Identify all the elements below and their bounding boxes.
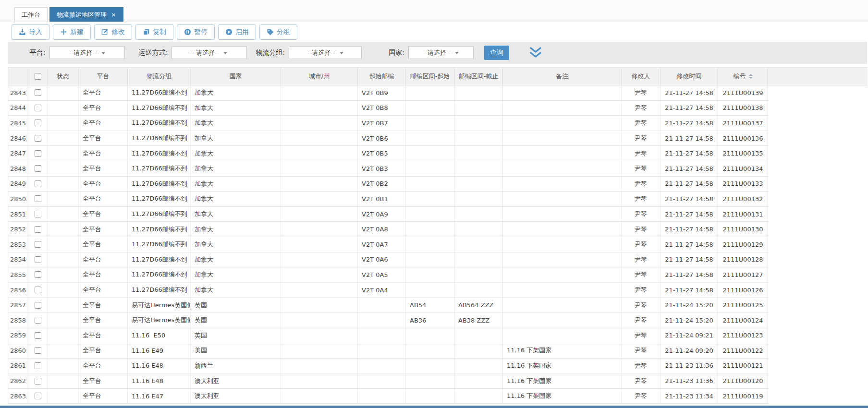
table-row[interactable]: 2844全平台11.27D66邮编不到加拿大V2T 0B8尹琴21-11-27 … — [8, 100, 868, 116]
zip-range-end-cell — [454, 116, 503, 131]
zip-range-start-cell — [406, 146, 454, 161]
row-id-cell: 2863 — [8, 388, 28, 404]
row-checkbox[interactable] — [35, 393, 41, 399]
tab-close-icon[interactable]: × — [111, 12, 116, 18]
double-chevron-down-icon[interactable] — [528, 47, 543, 59]
row-checkbox[interactable] — [35, 150, 41, 157]
platform-select[interactable]: --请选择-- — [49, 47, 125, 59]
modified-time-cell: 21-11-24 09:20 — [660, 343, 718, 359]
start-zip-cell: V2T 0B5 — [358, 146, 406, 161]
row-checkbox[interactable] — [35, 211, 41, 217]
row-checkbox[interactable] — [35, 302, 41, 309]
select-all-checkbox[interactable] — [35, 73, 41, 80]
row-checkbox[interactable] — [35, 120, 41, 126]
import-button[interactable]: 导入 — [12, 24, 49, 40]
table-row[interactable]: 2853全平台11.27D66邮编不到加拿大V2T 0A7尹琴21-11-27 … — [8, 237, 868, 252]
table-row[interactable]: 2856全平台11.27D66邮编不到加拿大V2T 0A4尹琴21-11-27 … — [8, 282, 868, 298]
row-checkbox[interactable] — [35, 332, 41, 339]
row-checkbox[interactable] — [35, 195, 41, 202]
remark-cell — [503, 176, 622, 192]
logistics-group-select[interactable]: --请选择-- — [289, 47, 362, 59]
platform-cell: 全平台 — [79, 388, 128, 404]
country-cell: 加拿大 — [191, 116, 281, 131]
logistics-group-cell: 11.27D66邮编不到 — [128, 192, 191, 207]
country-select[interactable]: --请选择-- — [408, 47, 474, 59]
table-row[interactable]: 2854全平台11.27D66邮编不到加拿大V2T 0A6尹琴21-11-27 … — [8, 252, 868, 267]
tab-workbench[interactable]: 工作台 — [14, 7, 48, 22]
table-row[interactable]: 2851全平台11.27D66邮编不到加拿大V2T 0A9尹琴21-11-27 … — [8, 206, 868, 222]
create-button[interactable]: 新建 — [53, 24, 91, 40]
zip-range-start-cell — [406, 237, 454, 252]
zip-range-start-cell — [406, 100, 454, 116]
row-checkbox[interactable] — [35, 180, 41, 187]
edit-button[interactable]: 修改 — [94, 24, 132, 40]
row-checkbox-cell — [28, 192, 48, 207]
row-checkbox[interactable] — [35, 89, 41, 96]
code-cell: 2111U00121 — [718, 358, 768, 373]
shipping-method-select[interactable]: --请选择-- — [171, 47, 247, 59]
table-row[interactable]: 2860全平台11.16 E49美国11.16 下架国家尹琴21-11-24 0… — [8, 343, 868, 359]
header-logistics-group: 物流分组 — [128, 68, 191, 85]
edit-button-label: 修改 — [111, 28, 125, 36]
logistics-group-cell: 11.27D66邮编不到 — [128, 100, 191, 116]
row-checkbox[interactable] — [35, 347, 41, 354]
row-checkbox[interactable] — [35, 105, 41, 111]
zip-range-end-cell — [454, 222, 503, 237]
table-row[interactable]: 2845全平台11.27D66邮编不到加拿大V2T 0B7尹琴21-11-27 … — [8, 116, 868, 131]
table-row[interactable]: 2859全平台11.16 E50英国尹琴21-11-24 09:212111U0… — [8, 328, 868, 343]
modifier-cell: 尹琴 — [622, 161, 660, 176]
tab-forbidden-area-management[interactable]: 物流禁运地区管理 × — [49, 7, 123, 22]
table-row[interactable]: 2855全平台11.27D66邮编不到加拿大V2T 0A5尹琴21-11-27 … — [8, 267, 868, 283]
row-filler — [768, 237, 868, 252]
modified-time-cell: 21-11-27 14:58 — [660, 267, 718, 283]
remark-cell — [503, 131, 622, 146]
row-checkbox[interactable] — [35, 378, 41, 384]
row-checkbox[interactable] — [35, 165, 41, 172]
pause-button[interactable]: 暂停 — [177, 24, 215, 40]
table-row[interactable]: 2857全平台易可达Hermes英国偏远英国AB54AB564 ZZZ尹琴21-… — [8, 298, 868, 313]
table-row[interactable]: 2847全平台11.27D66邮编不到加拿大V2T 0B5尹琴21-11-27 … — [8, 146, 868, 161]
row-checkbox[interactable] — [35, 135, 41, 142]
modifier-cell: 尹琴 — [622, 100, 660, 116]
table-row[interactable]: 2843全平台11.27D66邮编不到加拿大V2T 0B9尹琴21-11-27 … — [8, 85, 868, 101]
status-cell — [48, 176, 79, 192]
row-checkbox[interactable] — [35, 271, 41, 278]
zip-range-end-cell — [454, 328, 503, 343]
country-cell: 加拿大 — [191, 131, 281, 146]
group-button[interactable]: 分组 — [259, 24, 297, 40]
header-country: 国家 — [191, 68, 281, 85]
table-row[interactable]: 2861全平台11.16 E48新西兰11.16 下架国家尹琴21-11-23 … — [8, 358, 868, 373]
logistics-group-cell: 11.16 E49 — [128, 343, 191, 359]
row-checkbox[interactable] — [35, 256, 41, 263]
row-checkbox[interactable] — [35, 241, 41, 248]
row-checkbox[interactable] — [35, 362, 41, 369]
platform-filter-label: 平台: — [30, 48, 46, 57]
platform-cell: 全平台 — [79, 298, 128, 313]
table-row[interactable]: 2858全平台易可达Hermes英国偏远英国AB36AB38 ZZZ尹琴21-1… — [8, 312, 868, 328]
country-cell: 加拿大 — [191, 252, 281, 267]
enable-button[interactable]: 启用 — [218, 24, 256, 40]
search-button[interactable]: 查询 — [484, 46, 509, 60]
table-row[interactable]: 2862全平台11.16 E48澳大利亚11.16 下架国家尹琴21-11-23… — [8, 373, 868, 389]
modified-time-cell: 21-11-24 15:20 — [660, 312, 718, 328]
table-row[interactable]: 2852全平台11.27D66邮编不到加拿大V2T 0A8尹琴21-11-27 … — [8, 222, 868, 237]
table-row[interactable]: 2850全平台11.27D66邮编不到加拿大V2T 0B1尹琴21-11-27 … — [8, 192, 868, 207]
remark-cell — [503, 282, 622, 298]
logistics-group-cell: 11.27D66邮编不到 — [128, 116, 191, 131]
row-checkbox[interactable] — [35, 317, 41, 324]
table-row[interactable]: 2848全平台11.27D66邮编不到加拿大V2T 0B3尹琴21-11-27 … — [8, 161, 868, 176]
table-row[interactable]: 2863全平台11.16 E47澳大利亚11.16 下架国家尹琴21-11-23… — [8, 388, 868, 404]
table-row[interactable]: 2849全平台11.27D66邮编不到加拿大V2T 0B2尹琴21-11-27 … — [8, 176, 868, 192]
table-row[interactable]: 2846全平台11.27D66邮编不到加拿大V2T 0B6尹琴21-11-27 … — [8, 131, 868, 146]
modified-time-cell: 21-11-27 14:58 — [660, 237, 718, 252]
platform-cell: 全平台 — [79, 131, 128, 146]
row-filler — [768, 298, 868, 313]
remark-cell — [503, 237, 622, 252]
copy-button[interactable]: 复制 — [135, 24, 173, 40]
zip-range-start-cell — [406, 328, 454, 343]
sort-icon[interactable] — [749, 74, 753, 79]
country-cell: 澳大利亚 — [191, 373, 281, 389]
city-state-cell — [281, 206, 358, 222]
row-checkbox[interactable] — [35, 226, 41, 233]
row-checkbox[interactable] — [35, 287, 41, 293]
